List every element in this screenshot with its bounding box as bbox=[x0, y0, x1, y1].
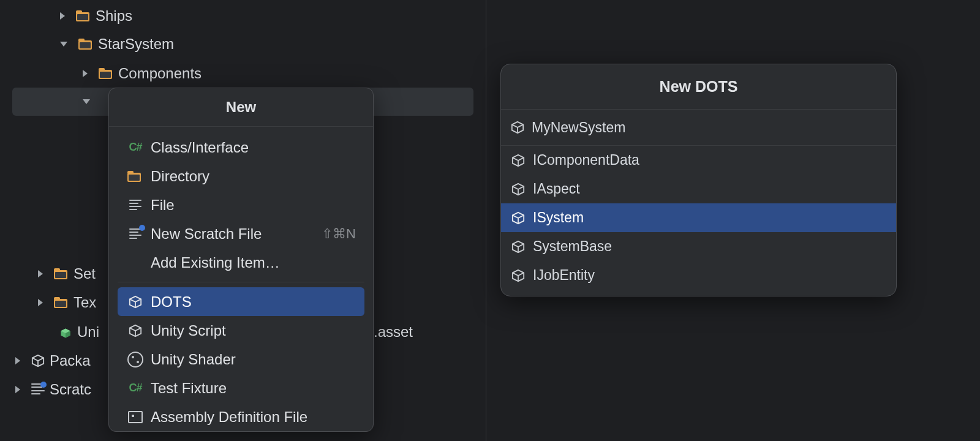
svg-line-17 bbox=[518, 124, 523, 127]
dialog-template-item[interactable]: ISystem bbox=[501, 203, 896, 232]
menu-item-test-fixture[interactable]: C# Test Fixture bbox=[118, 374, 364, 402]
dialog-template-item[interactable]: IJobEntity bbox=[501, 261, 896, 290]
menu-title: New bbox=[109, 88, 373, 127]
shader-icon bbox=[127, 352, 143, 368]
svg-line-36 bbox=[513, 273, 518, 276]
menu-item-shortcut: ⇧⌘N bbox=[322, 226, 356, 242]
unity-cube-icon bbox=[511, 182, 526, 197]
svg-line-29 bbox=[518, 215, 524, 218]
unity-cube-icon bbox=[511, 211, 526, 225]
chevron-right-icon bbox=[60, 12, 65, 20]
package-icon bbox=[31, 354, 45, 368]
menu-item-unity-script[interactable]: Unity Script bbox=[118, 316, 364, 345]
dialog-name-row[interactable] bbox=[501, 110, 896, 146]
new-context-menu: New C# Class/Interface Directory File Ne… bbox=[108, 88, 374, 432]
csharp-icon: C# bbox=[127, 382, 143, 394]
chevron-right-icon bbox=[38, 270, 43, 277]
new-dots-dialog: New DOTS IComponentDataIAspectISystemSys… bbox=[500, 64, 897, 296]
tree-item-label: Scratc bbox=[50, 381, 91, 398]
svg-line-13 bbox=[135, 328, 141, 331]
svg-line-32 bbox=[513, 244, 518, 247]
folder-icon bbox=[78, 39, 92, 50]
chevron-right-icon bbox=[15, 386, 20, 393]
csharp-icon: C# bbox=[127, 141, 143, 154]
menu-item-label: Add Existing Item… bbox=[151, 254, 356, 271]
tree-item-label: Set bbox=[74, 265, 96, 282]
menu-item-label: Class/Interface bbox=[151, 139, 356, 156]
svg-line-16 bbox=[512, 124, 518, 127]
svg-line-9 bbox=[135, 299, 141, 302]
menu-item-file[interactable]: File bbox=[118, 190, 364, 219]
menu-item-label: Unity Shader bbox=[151, 351, 356, 368]
svg-line-33 bbox=[518, 244, 524, 247]
tree-item-label: Packa bbox=[50, 352, 91, 369]
menu-item-scratch-file[interactable]: New Scratch File ⇧⌘N bbox=[118, 219, 364, 248]
chevron-down-icon bbox=[83, 99, 90, 104]
tree-item-label: Tex bbox=[74, 294, 96, 311]
menu-item-label: DOTS bbox=[151, 293, 356, 311]
menu-item-label: File bbox=[151, 197, 356, 214]
svg-line-37 bbox=[518, 273, 524, 276]
menu-item-label: Test Fixture bbox=[151, 380, 356, 397]
svg-line-12 bbox=[130, 328, 135, 331]
chevron-right-icon bbox=[83, 70, 88, 77]
folder-icon bbox=[54, 268, 67, 279]
dialog-template-label: IAspect bbox=[533, 181, 580, 197]
asmdef-icon bbox=[128, 411, 143, 423]
tree-item-ships[interactable]: Ships bbox=[0, 1, 486, 31]
dialog-template-label: SystemBase bbox=[533, 238, 612, 255]
chevron-down-icon bbox=[60, 42, 67, 47]
unity-cube-icon bbox=[511, 153, 526, 168]
folder-icon bbox=[127, 171, 137, 182]
dialog-template-label: IComponentData bbox=[533, 152, 639, 168]
svg-line-25 bbox=[518, 186, 524, 189]
menu-item-asmdef[interactable]: Assembly Definition File bbox=[118, 402, 364, 431]
unity-cube-icon bbox=[511, 121, 524, 134]
menu-item-label: New Scratch File bbox=[151, 225, 314, 243]
unity-cube-icon bbox=[129, 324, 142, 337]
tree-item-label: StarSystem bbox=[98, 36, 174, 53]
chevron-right-icon bbox=[38, 299, 43, 306]
menu-item-directory[interactable]: Directory bbox=[118, 162, 364, 190]
file-lines-icon bbox=[129, 200, 141, 211]
svg-line-8 bbox=[130, 299, 135, 302]
dialog-template-item[interactable]: IComponentData bbox=[501, 146, 896, 175]
chevron-right-icon bbox=[15, 357, 20, 364]
menu-item-label: Directory bbox=[151, 168, 356, 185]
folder-icon bbox=[99, 68, 112, 79]
tree-item-starsystem[interactable]: StarSystem bbox=[0, 29, 486, 59]
svg-line-21 bbox=[518, 157, 524, 160]
menu-item-label: Assembly Definition File bbox=[151, 409, 356, 426]
menu-item-label: Unity Script bbox=[151, 322, 356, 339]
folder-icon bbox=[54, 297, 67, 308]
svg-line-5 bbox=[38, 358, 43, 361]
dialog-template-item[interactable]: IAspect bbox=[501, 175, 896, 203]
svg-line-20 bbox=[513, 157, 518, 160]
folder-icon bbox=[76, 10, 89, 21]
dialog-template-item[interactable]: SystemBase bbox=[501, 232, 896, 261]
tree-item-label: Uni bbox=[77, 323, 99, 341]
tree-item-components[interactable]: Components bbox=[0, 59, 486, 88]
menu-item-add-existing[interactable]: Add Existing Item… bbox=[118, 248, 364, 277]
dialog-title: New DOTS bbox=[501, 64, 896, 110]
svg-line-28 bbox=[513, 215, 518, 218]
menu-item-unity-shader[interactable]: Unity Shader bbox=[118, 345, 364, 374]
menu-item-dots[interactable]: DOTS bbox=[118, 287, 364, 316]
unity-cube-icon bbox=[511, 268, 526, 283]
scratches-icon bbox=[31, 383, 45, 396]
unity-cube-icon bbox=[511, 239, 526, 254]
menu-separator bbox=[118, 282, 364, 282]
dialog-template-label: IJobEntity bbox=[533, 267, 595, 284]
tree-item-label: Ships bbox=[96, 7, 132, 24]
tree-item-label: Components bbox=[118, 65, 202, 82]
tree-item-suffix: .asset bbox=[374, 323, 413, 341]
dialog-template-list: IComponentDataIAspectISystemSystemBaseIJ… bbox=[501, 146, 896, 296]
dialog-template-label: ISystem bbox=[533, 209, 584, 226]
menu-item-class-interface[interactable]: C# Class/Interface bbox=[118, 133, 364, 162]
svg-line-24 bbox=[513, 186, 518, 189]
dialog-name-input[interactable] bbox=[532, 119, 886, 136]
svg-line-4 bbox=[32, 358, 38, 361]
unity-asset-icon bbox=[60, 326, 71, 337]
unity-cube-icon bbox=[129, 295, 142, 309]
